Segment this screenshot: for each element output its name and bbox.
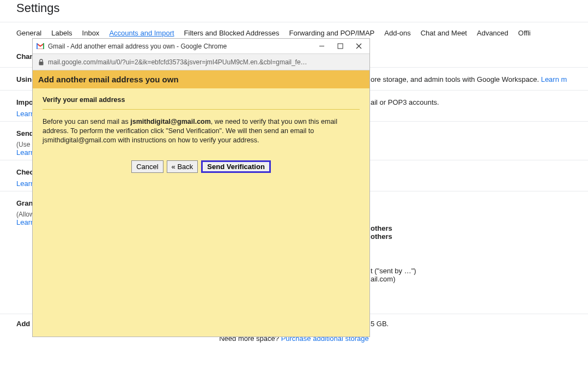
fifteen-gb: 5 GB. xyxy=(371,320,389,328)
gmail-icon xyxy=(36,42,45,51)
verify-email: jsmithdigital@gmail.com xyxy=(130,118,211,125)
tab-inbox[interactable]: Inbox xyxy=(82,29,100,37)
verify-before: Before you can send mail as xyxy=(43,118,130,125)
tab-advanced[interactable]: Advanced xyxy=(477,29,508,37)
tab-accounts-import[interactable]: Accounts and Import xyxy=(109,29,174,37)
tab-general[interactable]: General xyxy=(16,29,41,37)
window-title-text: Gmail - Add another email address you ow… xyxy=(48,43,317,50)
tab-forwarding[interactable]: Forwarding and POP/IMAP xyxy=(289,29,374,37)
send-verification-button[interactable]: Send Verification xyxy=(201,160,270,173)
section-import: Impo xyxy=(16,98,33,106)
popup-content: Add another email address you own Verify… xyxy=(33,70,369,337)
window-titlebar: Gmail - Add another email address you ow… xyxy=(33,39,369,54)
svg-rect-6 xyxy=(39,62,44,65)
sent-by-text: t ("sent by …") xyxy=(371,267,416,275)
popup-header: Add another email address you own xyxy=(33,70,369,88)
tab-labels[interactable]: Labels xyxy=(51,29,72,37)
section-send: Send xyxy=(16,129,34,137)
tab-addons[interactable]: Add-ons xyxy=(384,29,410,37)
mailcom-text: ail.com) xyxy=(371,275,396,283)
page-title: Settings xyxy=(0,0,588,22)
svg-rect-1 xyxy=(43,43,44,49)
cancel-button[interactable]: Cancel xyxy=(131,160,163,173)
url-text: mail.google.com/mail/u/0/?ui=2&ik=ebfcfd… xyxy=(48,58,364,66)
svg-rect-3 xyxy=(338,44,343,49)
close-icon[interactable] xyxy=(354,42,363,51)
minimize-icon[interactable] xyxy=(317,42,326,51)
tab-filters[interactable]: Filters and Blocked Addresses xyxy=(184,29,280,37)
lock-icon xyxy=(38,59,48,65)
tab-offline[interactable]: Offli xyxy=(518,29,531,37)
address-bar: mail.google.com/mail/u/0/?ui=2&ik=ebfcfd… xyxy=(33,54,369,70)
tab-chat-meet[interactable]: Chat and Meet xyxy=(421,29,467,37)
verify-subtitle: Verify your email address xyxy=(43,96,360,104)
verify-text: Before you can send mail as jsmithdigita… xyxy=(43,117,360,145)
pop3-text: ail or POP3 accounts. xyxy=(371,98,439,106)
button-row: Cancel « Back Send Verification xyxy=(43,160,360,173)
verify-divider xyxy=(43,109,360,110)
workspace-text: ore storage, and admin tools with Google… xyxy=(371,75,541,83)
others-text-2: others xyxy=(371,232,392,241)
maximize-icon[interactable] xyxy=(336,42,344,51)
section-check: Chec xyxy=(16,168,34,176)
svg-rect-0 xyxy=(37,43,38,49)
popup-window: Gmail - Add another email address you ow… xyxy=(32,38,370,337)
learn-more-link[interactable]: Learn m xyxy=(541,75,567,83)
back-button[interactable]: « Back xyxy=(167,160,198,173)
others-text-1: others xyxy=(371,224,392,232)
section-change: Chan xyxy=(16,52,34,61)
